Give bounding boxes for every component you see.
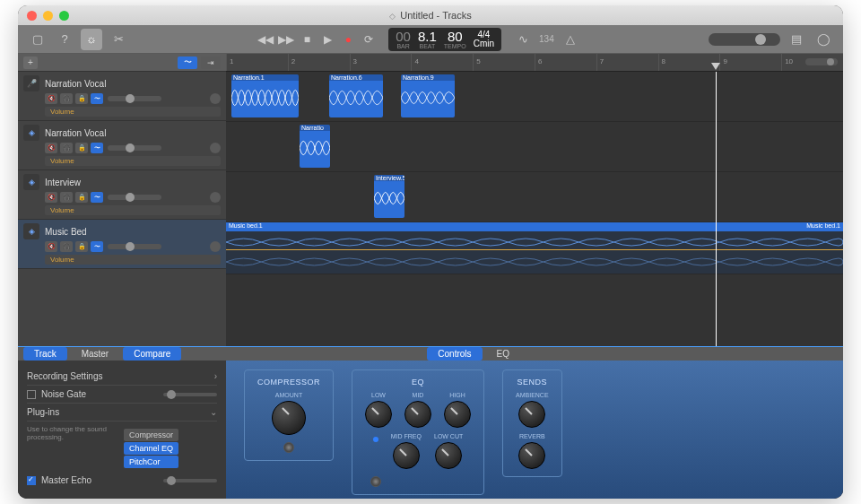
- solo-button[interactable]: 🎧: [60, 192, 73, 203]
- lock-button[interactable]: 🔒: [75, 192, 88, 203]
- automation-line[interactable]: [226, 249, 843, 250]
- track-volume-slider[interactable]: [108, 244, 161, 249]
- play-icon[interactable]: ▶: [318, 30, 336, 48]
- track-volume-slider[interactable]: [108, 145, 161, 151]
- mute-button[interactable]: 🔇: [45, 143, 57, 153]
- compare-button[interactable]: Compare: [123, 347, 181, 361]
- audio-region[interactable]: Narration.1: [231, 74, 299, 117]
- chevron-right-icon: ›: [214, 371, 217, 381]
- mute-button[interactable]: 🔇: [45, 192, 57, 203]
- timeline: 1 2 3 4 5 6 7 8 9 10 Narration.1: [226, 54, 843, 346]
- lcd-display[interactable]: 00BAR 8.1BEAT 80TEMPO 4/4Cmin: [388, 28, 501, 51]
- compressor-amount-knob[interactable]: [272, 401, 306, 435]
- plugin-slot[interactable]: Channel EQ: [124, 442, 178, 455]
- plugin-slot[interactable]: PitchCor: [124, 456, 178, 468]
- help-icon[interactable]: ?: [54, 29, 75, 50]
- lock-button[interactable]: 🔒: [75, 93, 88, 104]
- master-echo-checkbox[interactable]: [27, 476, 36, 485]
- record-enable[interactable]: [210, 143, 221, 153]
- input-button[interactable]: 〜: [91, 143, 103, 153]
- rewind-icon[interactable]: ◀◀: [257, 30, 274, 48]
- tab-track[interactable]: Track: [23, 347, 67, 361]
- tab-master[interactable]: Master: [71, 347, 120, 361]
- noise-gate-slider[interactable]: [163, 393, 217, 396]
- notepad-icon[interactable]: ▤: [786, 29, 807, 50]
- tab-eq[interactable]: EQ: [486, 347, 520, 361]
- input-button[interactable]: 〜: [91, 241, 103, 252]
- master-echo-slider[interactable]: [163, 479, 217, 482]
- counter: 134: [539, 34, 554, 44]
- metronome-icon[interactable]: △: [560, 29, 581, 50]
- eq-low-knob[interactable]: [365, 401, 392, 428]
- automation-param[interactable]: Volume: [45, 255, 221, 265]
- ruler[interactable]: 1 2 3 4 5 6 7 8 9 10: [226, 54, 843, 72]
- scissors-icon[interactable]: ✂: [108, 29, 129, 50]
- cycle-icon[interactable]: ⟳: [360, 30, 378, 48]
- maximize-icon[interactable]: [59, 11, 69, 21]
- track-volume-slider[interactable]: [108, 195, 161, 200]
- compressor-box: COMPRESSOR AMOUNT: [244, 369, 334, 461]
- track-volume-slider[interactable]: [108, 96, 161, 101]
- automation-param[interactable]: Volume: [45, 156, 221, 166]
- track-row[interactable]: ◈Interview 🔇 🎧 🔒 〜 Volume: [18, 170, 226, 220]
- stop-icon[interactable]: ■: [298, 30, 316, 48]
- master-volume-slider[interactable]: [709, 33, 780, 46]
- plugins-row[interactable]: Plug-ins ⌄: [27, 404, 217, 421]
- tab-controls[interactable]: Controls: [427, 347, 482, 361]
- eq-lowcut-knob[interactable]: [435, 442, 462, 469]
- plugin-slot[interactable]: Compressor: [124, 429, 178, 441]
- tuner-icon[interactable]: ∿: [512, 29, 534, 50]
- noise-gate-row[interactable]: Noise Gate: [27, 386, 217, 404]
- record-icon[interactable]: ●: [339, 30, 357, 48]
- lock-button[interactable]: 🔒: [75, 143, 88, 153]
- mute-button[interactable]: 🔇: [45, 93, 57, 104]
- audio-region[interactable]: Narration.9: [401, 74, 455, 117]
- input-button[interactable]: 〜: [91, 93, 103, 104]
- record-enable[interactable]: [210, 192, 221, 203]
- track-row[interactable]: ◈Music Bed 🔇 🎧 🔒 〜 Volume: [18, 220, 226, 269]
- main-area: + 〜 ⇥ 🎤Narration Vocal 🔇 🎧 🔒 〜 Volume: [18, 54, 843, 346]
- catch-toggle[interactable]: ⇥: [201, 56, 221, 69]
- lane[interactable]: Narration.1 Narration.6 Narration.9: [226, 72, 843, 122]
- automation-param[interactable]: Volume: [45, 205, 221, 215]
- minimize-icon[interactable]: [43, 11, 53, 21]
- reverb-knob[interactable]: [518, 442, 545, 469]
- solo-button[interactable]: 🎧: [60, 241, 73, 252]
- recording-settings-row[interactable]: Recording Settings ›: [27, 368, 217, 386]
- ambience-knob[interactable]: [518, 401, 545, 428]
- automation-toggle[interactable]: 〜: [178, 56, 197, 69]
- zoom-slider[interactable]: [805, 58, 838, 65]
- solo-button[interactable]: 🎧: [60, 143, 73, 153]
- smart-controls-icon[interactable]: ☼: [81, 29, 102, 50]
- audio-region[interactable]: Narration.6: [329, 74, 383, 117]
- automation-param[interactable]: Volume: [45, 107, 221, 117]
- lane[interactable]: Music bed.1 Music bed.1: [226, 222, 843, 274]
- smart-controls-main: COMPRESSOR AMOUNT EQ LOW MID HIGH: [226, 361, 843, 499]
- loops-icon[interactable]: ◯: [813, 29, 834, 50]
- track-row[interactable]: ◈Narration Vocal 🔇 🎧 🔒 〜 Volume: [18, 121, 226, 170]
- input-button[interactable]: 〜: [91, 192, 103, 203]
- master-echo-row[interactable]: Master Echo: [27, 472, 217, 489]
- audio-region[interactable]: Interview.5: [374, 175, 404, 218]
- audio-region[interactable]: Narratio: [300, 125, 330, 168]
- lock-button[interactable]: 🔒: [75, 241, 88, 252]
- close-icon[interactable]: [27, 11, 37, 21]
- audio-region[interactable]: Music bed.1 Music bed.1: [226, 222, 843, 231]
- track-row[interactable]: 🎤Narration Vocal 🔇 🎧 🔒 〜 Volume: [18, 72, 226, 121]
- eq-midfreq-knob[interactable]: [393, 442, 420, 469]
- window-title: Untitled - Tracks: [18, 10, 843, 21]
- eq-mid-knob[interactable]: [404, 401, 431, 428]
- add-track-button[interactable]: +: [23, 56, 38, 69]
- lane[interactable]: Narratio: [226, 122, 843, 172]
- lane[interactable]: Interview.5: [226, 172, 843, 222]
- noise-gate-checkbox[interactable]: [27, 390, 36, 399]
- solo-button[interactable]: 🎧: [60, 93, 73, 104]
- arrange-area[interactable]: Narration.1 Narration.6 Narration.9 Narr: [226, 72, 843, 346]
- playhead[interactable]: [716, 72, 717, 346]
- record-enable[interactable]: [210, 93, 221, 104]
- eq-high-knob[interactable]: [444, 401, 471, 428]
- mute-button[interactable]: 🔇: [45, 241, 57, 252]
- forward-icon[interactable]: ▶▶: [277, 30, 295, 48]
- library-icon[interactable]: ▢: [27, 29, 48, 50]
- record-enable[interactable]: [210, 241, 221, 252]
